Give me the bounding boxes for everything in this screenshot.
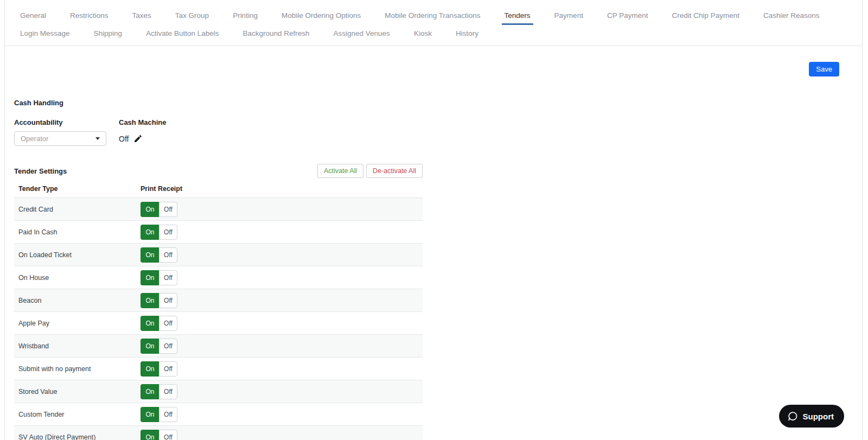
table-row: Wristband On Off <box>14 335 423 358</box>
deactivate-all-button[interactable]: De-activate All <box>366 164 423 178</box>
cash-handling-values: Operator Off <box>14 131 853 146</box>
tender-type-label: Apple Pay <box>18 320 141 327</box>
cash-handling-title: Cash Handling <box>14 99 853 107</box>
toggle-on-button[interactable]: On <box>141 430 159 440</box>
accountability-select[interactable]: Operator <box>14 131 106 146</box>
tender-type-label: Paid In Cash <box>18 228 141 236</box>
tab-background-refresh[interactable]: Background Refresh <box>241 29 311 37</box>
print-receipt-column-header: Print Receipt <box>141 185 182 193</box>
settings-page: General Restrictions Taxes Tax Group Pri… <box>4 0 863 440</box>
print-receipt-toggle: On Off <box>141 225 177 240</box>
tab-login-message[interactable]: Login Message <box>18 29 72 37</box>
table-row: SV Auto (Direct Payment) On Off <box>14 426 423 440</box>
toggle-off-button[interactable]: Off <box>159 316 177 331</box>
print-receipt-toggle: On Off <box>141 293 177 308</box>
toggle-on-button[interactable]: On <box>141 339 159 354</box>
tab-printing[interactable]: Printing <box>231 11 259 20</box>
toggle-on-button[interactable]: On <box>141 270 159 285</box>
toggle-on-button[interactable]: On <box>141 225 159 240</box>
tab-general[interactable]: General <box>18 11 48 20</box>
tab-bar: General Restrictions Taxes Tax Group Pri… <box>5 0 862 46</box>
print-receipt-toggle: On Off <box>141 384 177 399</box>
table-row: Apple Pay On Off <box>14 312 423 335</box>
tab-mobile-ordering-transactions[interactable]: Mobile Ordering Transactions <box>383 11 482 20</box>
print-receipt-toggle: On Off <box>141 339 177 354</box>
tab-assigned-venues[interactable]: Assigned Venues <box>332 29 392 37</box>
tab-payment[interactable]: Payment <box>553 11 585 20</box>
tab-tax-group[interactable]: Tax Group <box>174 11 210 20</box>
cash-machine-value: Off <box>119 134 143 143</box>
table-row: Credit Card On Off <box>14 198 423 221</box>
tender-type-label: Beacon <box>18 297 141 304</box>
tender-type-label: Submit with no payment <box>18 365 141 373</box>
toggle-off-button[interactable]: Off <box>159 407 177 422</box>
tab-credit-chip-payment[interactable]: Credit Chip Payment <box>670 11 741 20</box>
toggle-on-button[interactable]: On <box>141 407 159 422</box>
print-receipt-toggle: On Off <box>141 316 177 331</box>
toggle-off-button[interactable]: Off <box>159 270 177 285</box>
chevron-down-icon <box>95 137 100 140</box>
toggle-off-button[interactable]: Off <box>159 361 177 377</box>
toggle-off-button[interactable]: Off <box>159 225 177 240</box>
table-row: On House On Off <box>14 266 423 289</box>
tender-type-column-header: Tender Type <box>18 185 141 193</box>
toggle-on-button[interactable]: On <box>141 361 159 377</box>
cash-machine-state: Off <box>119 135 129 143</box>
tender-type-label: On House <box>18 274 141 282</box>
main-content: Cash Handling Accountability Cash Machin… <box>5 99 862 440</box>
toggle-on-button[interactable]: On <box>141 384 159 399</box>
print-receipt-toggle: On Off <box>141 202 177 217</box>
support-button-label: Support <box>803 412 834 421</box>
toggle-off-button[interactable]: Off <box>159 430 177 440</box>
table-row: On Loaded Ticket On Off <box>14 244 423 266</box>
edit-icon[interactable] <box>133 134 143 143</box>
toggle-off-button[interactable]: Off <box>159 339 177 354</box>
accountability-selected-value: Operator <box>21 135 48 143</box>
tender-type-label: On Loaded Ticket <box>18 251 141 259</box>
toggle-off-button[interactable]: Off <box>159 384 177 399</box>
tender-type-label: SV Auto (Direct Payment) <box>18 433 141 440</box>
toggle-off-button[interactable]: Off <box>159 202 177 217</box>
support-button[interactable]: Support <box>779 405 845 428</box>
toggle-off-button[interactable]: Off <box>159 293 177 308</box>
toggle-off-button[interactable]: Off <box>159 247 177 263</box>
save-button[interactable]: Save <box>809 62 839 76</box>
print-receipt-toggle: On Off <box>141 247 177 263</box>
toggle-on-button[interactable]: On <box>141 202 159 217</box>
tab-activate-button-labels[interactable]: Activate Button Labels <box>144 29 220 37</box>
print-receipt-toggle: On Off <box>141 361 177 377</box>
tab-shipping[interactable]: Shipping <box>92 29 124 37</box>
tab-cashier-reasons[interactable]: Cashier Reasons <box>762 11 821 20</box>
toggle-on-button[interactable]: On <box>141 247 159 263</box>
toggle-on-button[interactable]: On <box>141 293 159 308</box>
tab-tenders[interactable]: Tenders <box>503 11 532 20</box>
table-row: Beacon On Off <box>14 289 423 312</box>
chat-bubble-icon <box>787 411 799 422</box>
tab-restrictions[interactable]: Restrictions <box>68 11 110 20</box>
tender-settings-header: Tender Settings Activate All De-activate… <box>14 164 423 178</box>
tab-row-2: Login Message Shipping Activate Button L… <box>18 24 862 42</box>
bulk-toggle-buttons: Activate All De-activate All <box>317 164 423 178</box>
tender-type-label: Custom Tender <box>18 411 141 418</box>
cash-machine-label: Cash Machine <box>119 118 166 126</box>
tender-type-label: Wristband <box>18 342 141 350</box>
table-row: Stored Value On Off <box>14 380 423 403</box>
tab-kiosk[interactable]: Kiosk <box>412 29 433 37</box>
tender-table: Tender Type Print Receipt Credit Card On… <box>14 185 423 440</box>
tab-mobile-ordering-options[interactable]: Mobile Ordering Options <box>280 11 362 20</box>
tab-history[interactable]: History <box>454 29 480 37</box>
table-header: Tender Type Print Receipt <box>14 185 423 198</box>
accountability-label: Accountability <box>14 118 119 126</box>
toggle-on-button[interactable]: On <box>141 316 159 331</box>
tender-settings-title: Tender Settings <box>14 167 67 175</box>
table-row: Submit with no payment On Off <box>14 358 423 380</box>
activate-all-button[interactable]: Activate All <box>317 164 363 178</box>
tab-cp-payment[interactable]: CP Payment <box>605 11 650 20</box>
table-row: Custom Tender On Off <box>14 403 423 426</box>
tab-row-1: General Restrictions Taxes Tax Group Pri… <box>18 7 862 24</box>
tab-taxes[interactable]: Taxes <box>131 11 153 20</box>
tender-type-label: Stored Value <box>18 388 141 396</box>
table-row: Paid In Cash On Off <box>14 221 423 244</box>
print-receipt-toggle: On Off <box>141 407 177 422</box>
print-receipt-toggle: On Off <box>141 430 177 440</box>
